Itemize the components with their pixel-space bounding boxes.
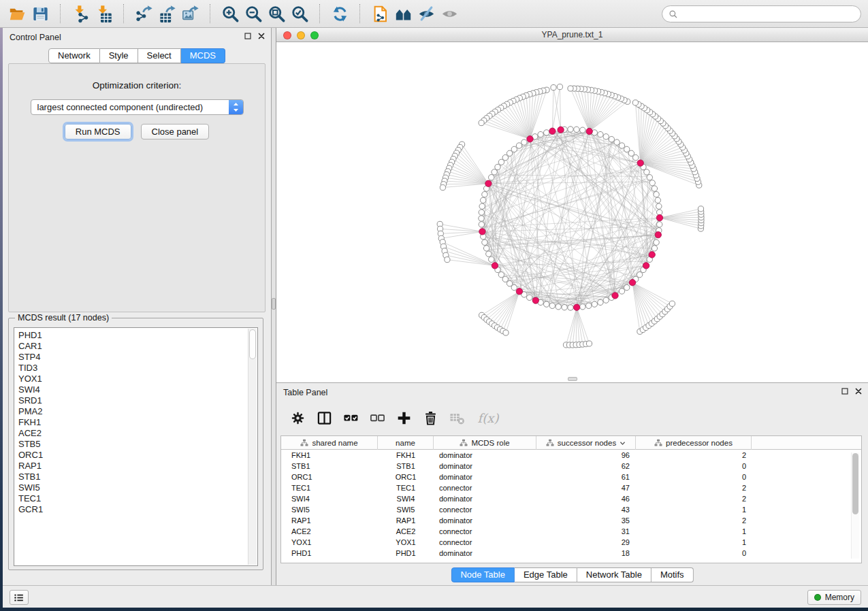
save-session-button[interactable] xyxy=(29,2,52,25)
show-all-icon xyxy=(440,5,459,23)
mcds-result-item[interactable]: PMA2 xyxy=(18,406,257,417)
mcds-result-item[interactable]: SWI5 xyxy=(18,482,257,493)
column-header-shared-name[interactable]: shared name xyxy=(281,436,378,450)
horizontal-splitter-handle[interactable] xyxy=(568,377,577,381)
memory-button[interactable]: Memory xyxy=(807,590,861,605)
table-row[interactable]: ACE2ACE2connector311 xyxy=(281,526,861,537)
search-input[interactable] xyxy=(682,10,854,19)
create-column-button[interactable] xyxy=(393,408,414,428)
mcds-result-item[interactable]: RAP1 xyxy=(18,461,257,472)
refresh-button[interactable] xyxy=(328,2,351,25)
table-row[interactable]: SWI4SWI4dominator462 xyxy=(281,493,861,504)
show-columns-button[interactable] xyxy=(314,408,334,428)
mcds-result-item[interactable]: PHD1 xyxy=(18,330,257,341)
search-icon xyxy=(669,10,678,19)
network-graph[interactable] xyxy=(276,42,868,382)
table-row[interactable]: SWI5SWI5connector431 xyxy=(281,504,861,515)
zoom-fit-button[interactable] xyxy=(265,2,288,25)
import-network-button[interactable] xyxy=(69,2,92,25)
close-table-panel-icon[interactable] xyxy=(854,387,863,395)
mcds-list-scrollbar[interactable] xyxy=(248,329,257,565)
table-cell: PHD1 xyxy=(378,548,434,559)
table-cell: ORC1 xyxy=(281,472,378,482)
run-mcds-button[interactable]: Run MCDS xyxy=(65,124,131,139)
first-neighbors-button[interactable] xyxy=(391,2,415,25)
mcds-result-item[interactable]: GCR1 xyxy=(18,504,257,515)
float-table-panel-icon[interactable] xyxy=(841,387,849,395)
search-box[interactable] xyxy=(662,5,861,22)
tab-mcds[interactable]: MCDS xyxy=(181,48,225,63)
delete-column-icon xyxy=(423,410,438,426)
table-cell: dominator xyxy=(434,515,536,526)
tab-motifs[interactable]: Motifs xyxy=(652,567,694,582)
export-network-button[interactable] xyxy=(132,2,155,25)
open-file-button[interactable] xyxy=(5,2,29,25)
mcds-result-item[interactable]: SRD1 xyxy=(18,395,257,406)
mcds-result-item[interactable]: TID3 xyxy=(18,363,257,374)
table-cell: TEC1 xyxy=(281,482,378,493)
table-row[interactable]: FKH1FKH1dominator962 xyxy=(281,450,861,461)
table-cell: 46 xyxy=(536,493,636,504)
table-row[interactable]: STB1STB1dominator620 xyxy=(281,461,861,472)
table-scrollbar[interactable] xyxy=(851,452,859,559)
mcds-list-scroll-thumb[interactable] xyxy=(249,329,256,359)
deselect-all-button[interactable] xyxy=(367,408,387,428)
mcds-result-item[interactable]: STP4 xyxy=(18,352,257,363)
export-image-button[interactable] xyxy=(178,2,202,25)
tab-node-table[interactable]: Node Table xyxy=(451,567,515,582)
table-row[interactable]: TEC1TEC1connector472 xyxy=(281,482,861,493)
table-row[interactable]: YOX1YOX1connector291 xyxy=(281,537,861,548)
table-row[interactable]: PHD1PHD1dominator180 xyxy=(281,548,861,559)
table-cell: dominator xyxy=(434,461,536,472)
table-cell: FKH1 xyxy=(378,450,434,461)
optimization-select-value: largest connected component (undirected) xyxy=(37,102,204,112)
float-panel-icon[interactable] xyxy=(244,32,252,40)
vertical-splitter[interactable] xyxy=(272,28,276,585)
close-panel-icon[interactable] xyxy=(257,32,266,40)
zoom-in-button[interactable] xyxy=(219,2,242,25)
table-row[interactable]: RAP1RAP1dominator352 xyxy=(281,515,861,526)
column-header-label: name xyxy=(396,439,415,447)
tab-network-table[interactable]: Network Table xyxy=(577,567,652,582)
column-header-label: predecessor nodes xyxy=(666,439,733,447)
tab-select[interactable]: Select xyxy=(138,48,181,63)
hide-selected-button[interactable] xyxy=(415,2,438,25)
vertical-splitter-handle[interactable] xyxy=(272,298,276,310)
mcds-result-item[interactable]: SWI4 xyxy=(18,384,257,395)
import-table-button[interactable] xyxy=(92,2,115,25)
mcds-result-item[interactable]: YOX1 xyxy=(18,374,257,384)
tab-style[interactable]: Style xyxy=(100,48,138,63)
memory-button-label: Memory xyxy=(825,593,854,602)
table-scroll-thumb[interactable] xyxy=(852,453,858,514)
task-history-button[interactable] xyxy=(10,590,29,605)
column-header-MCDS-role[interactable]: MCDS role xyxy=(434,436,536,450)
new-network-from-selection-button[interactable] xyxy=(368,2,391,25)
tab-network[interactable]: Network xyxy=(48,48,100,63)
zoom-selected-button[interactable] xyxy=(288,2,311,25)
mcds-result-item[interactable]: ACE2 xyxy=(18,428,257,439)
mcds-result-item[interactable]: FKH1 xyxy=(18,417,257,428)
network-canvas[interactable] xyxy=(276,42,868,382)
mcds-result-item[interactable]: STB5 xyxy=(18,439,257,450)
zoom-out-button[interactable] xyxy=(242,2,265,25)
column-header-name[interactable]: name xyxy=(378,436,434,450)
mcds-result-item[interactable]: TEC1 xyxy=(18,493,257,504)
column-header-predecessor-nodes[interactable]: predecessor nodes xyxy=(636,436,752,450)
table-cell: FKH1 xyxy=(281,450,378,461)
table-settings-button[interactable] xyxy=(287,408,308,428)
table-panel-titlebar: Table Panel xyxy=(276,383,868,401)
table-cell: 29 xyxy=(536,537,636,548)
table-row[interactable]: ORC1ORC1dominator610 xyxy=(281,472,861,482)
optimization-select[interactable]: largest connected component (undirected) xyxy=(31,99,244,115)
mcds-result-item[interactable]: STB1 xyxy=(18,472,257,482)
mcds-result-item[interactable]: ORC1 xyxy=(18,450,257,461)
table-cell: 18 xyxy=(536,548,636,559)
delete-column-button[interactable] xyxy=(420,408,440,428)
select-all-button[interactable] xyxy=(340,408,361,428)
column-header-successor-nodes[interactable]: successor nodes xyxy=(536,436,636,450)
tab-edge-table[interactable]: Edge Table xyxy=(515,567,577,582)
export-table-button[interactable] xyxy=(155,2,178,25)
close-panel-button[interactable]: Close panel xyxy=(141,124,210,139)
table-cell: connector xyxy=(434,526,536,537)
mcds-result-item[interactable]: CAR1 xyxy=(18,341,257,352)
